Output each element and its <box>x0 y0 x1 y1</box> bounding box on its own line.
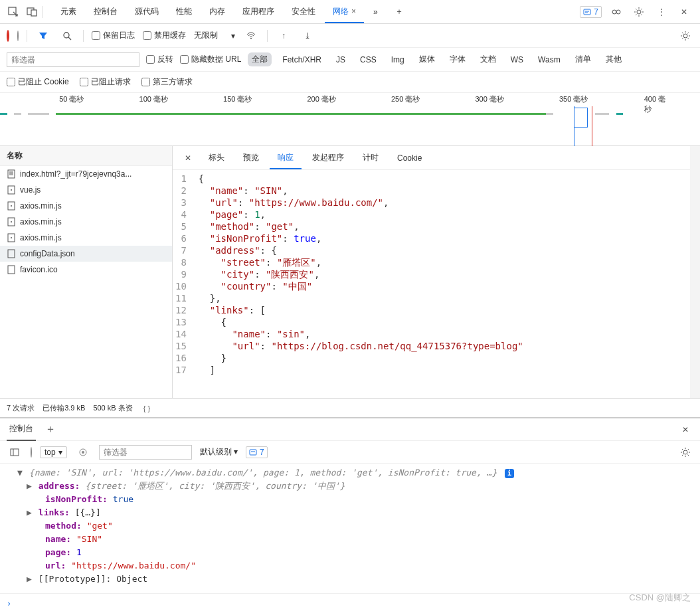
request-row[interactable]: vue.js <box>0 182 172 198</box>
detail-tab-initiator[interactable]: 发起程序 <box>304 147 352 169</box>
request-name: index.html?_ijt=r79jcejevnq3a... <box>20 169 131 179</box>
svg-point-8 <box>637 10 641 14</box>
type-doc[interactable]: 文档 <box>476 52 500 66</box>
request-row[interactable]: axios.min.js <box>0 230 172 246</box>
tab-add[interactable]: ＋ <box>387 1 411 23</box>
request-list: 名称 index.html?_ijt=r79jcejevnq3a...vue.j… <box>0 146 173 398</box>
detail-tab-preview[interactable]: 预览 <box>235 147 267 169</box>
type-ws[interactable]: WS <box>507 54 527 66</box>
request-row[interactable]: favicon.ico <box>0 262 172 278</box>
request-name: configData.json <box>20 249 75 258</box>
request-list-header[interactable]: 名称 <box>0 146 172 166</box>
gear-icon[interactable] <box>677 28 693 44</box>
tab-sources[interactable]: 源代码 <box>127 1 167 23</box>
console-tab[interactable]: 控制台 <box>7 418 36 441</box>
third-party-checkbox[interactable]: 第三方请求 <box>141 76 193 88</box>
preserve-log-checkbox[interactable]: 保留日志 <box>92 30 135 41</box>
log-level-select[interactable]: 默认级别 ▾ <box>200 446 238 458</box>
braces-icon[interactable]: { } <box>143 404 150 412</box>
type-js[interactable]: JS <box>332 54 349 66</box>
hide-data-urls-checkbox[interactable]: 隐藏数据 URL <box>180 54 241 65</box>
console-issues-badge[interactable]: 7 <box>246 446 268 458</box>
console-input[interactable]: › <box>0 593 700 613</box>
detail-tab-cookies[interactable]: Cookie <box>389 148 430 168</box>
timeline-overview[interactable]: 50 毫秒 100 毫秒 150 毫秒 200 毫秒 250 毫秒 300 毫秒… <box>0 93 700 146</box>
blocked-requests-checkbox[interactable]: 已阻止请求 <box>80 76 131 88</box>
record-button[interactable] <box>7 31 9 41</box>
tab-network[interactable]: 网络× <box>325 1 364 23</box>
request-row[interactable]: axios.min.js <box>0 214 172 230</box>
tab-console[interactable]: 控制台 <box>86 1 126 23</box>
tab-memory[interactable]: 内存 <box>201 1 233 23</box>
type-manifest[interactable]: 清单 <box>571 52 595 66</box>
request-row[interactable]: configData.json <box>0 246 172 262</box>
request-row[interactable]: index.html?_ijt=r79jcejevnq3a... <box>0 166 172 182</box>
type-img[interactable]: Img <box>387 54 408 66</box>
type-other[interactable]: 其他 <box>602 52 626 66</box>
tab-more[interactable]: » <box>365 2 386 22</box>
network-status-bar: 7 次请求 已传输3.9 kB 500 kB 条资 { } <box>0 398 700 417</box>
type-all[interactable]: 全部 <box>248 52 272 66</box>
console-output[interactable]: ▼ {name: 'SIN', url: 'https://www.baidu.… <box>0 464 700 593</box>
detail-tab-timing[interactable]: 计时 <box>355 147 387 169</box>
tab-application[interactable]: 应用程序 <box>234 1 282 23</box>
type-wasm[interactable]: Wasm <box>534 54 565 66</box>
status-transferred: 已传输3.9 kB <box>43 403 85 413</box>
type-font[interactable]: 字体 <box>446 52 470 66</box>
svg-point-20 <box>11 205 12 207</box>
filter-input[interactable] <box>7 52 139 67</box>
inspect-icon[interactable] <box>5 4 21 20</box>
console-filter-input[interactable] <box>99 445 192 460</box>
separator <box>27 30 27 42</box>
wifi-icon[interactable] <box>243 28 259 44</box>
live-expression-icon[interactable] <box>75 444 91 460</box>
clear-console-button[interactable] <box>31 448 32 457</box>
console-toolbar: top ▾ 默认级别 ▾ 7 <box>0 441 700 464</box>
svg-point-6 <box>612 10 616 14</box>
info-icon[interactable]: i <box>505 469 514 478</box>
tab-elements[interactable]: 元素 <box>52 1 84 23</box>
detail-tab-headers[interactable]: 标头 <box>201 147 232 169</box>
disable-cache-checkbox[interactable]: 禁用缓存 <box>143 30 186 41</box>
svg-point-11 <box>250 38 252 39</box>
svg-rect-31 <box>250 450 256 455</box>
type-filters: 全部 Fetch/XHR JS CSS Img 媒体 字体 文档 WS Wasm… <box>248 52 625 66</box>
context-select[interactable]: top ▾ <box>40 446 67 458</box>
detail-tab-response[interactable]: 响应 <box>270 147 302 169</box>
download-icon[interactable]: ⤓ <box>300 28 315 44</box>
separator <box>267 30 268 42</box>
clear-button[interactable] <box>17 31 19 41</box>
scrollbar[interactable] <box>690 146 700 398</box>
response-body[interactable]: 1234567891011121314151617 { "name": "SIN… <box>173 170 690 398</box>
settings-sync-icon[interactable] <box>608 4 624 20</box>
add-drawer-tab[interactable]: ＋ <box>45 422 56 436</box>
gear-icon[interactable] <box>631 4 647 20</box>
invert-checkbox[interactable]: 反转 <box>146 54 173 65</box>
request-name: favicon.ico <box>20 265 58 274</box>
svg-point-12 <box>683 34 687 38</box>
request-row[interactable]: axios.min.js <box>0 198 172 214</box>
close-icon[interactable]: × <box>351 7 356 16</box>
tab-performance[interactable]: 性能 <box>168 1 200 23</box>
close-drawer-icon[interactable]: ✕ <box>677 422 693 438</box>
type-css[interactable]: CSS <box>356 54 381 66</box>
upload-icon[interactable]: ↑ <box>276 28 292 44</box>
type-fetch-xhr[interactable]: Fetch/XHR <box>278 54 325 66</box>
svg-point-7 <box>616 10 620 14</box>
device-icon[interactable] <box>24 4 40 20</box>
search-icon[interactable] <box>59 28 75 44</box>
sidebar-toggle-icon[interactable] <box>7 444 23 460</box>
request-name: axios.min.js <box>20 233 62 242</box>
close-devtools-icon[interactable]: ✕ <box>676 4 692 20</box>
filter-icon[interactable] <box>35 28 51 44</box>
throttle-select[interactable]: 无限制 ▾ <box>194 30 235 41</box>
kebab-icon[interactable]: ⋮ <box>654 4 669 20</box>
close-detail-icon[interactable]: ✕ <box>178 149 198 167</box>
blocked-cookies-checkbox[interactable]: 已阻止 Cookie <box>7 76 69 88</box>
type-media[interactable]: 媒体 <box>415 52 439 66</box>
gear-icon[interactable] <box>677 444 693 460</box>
svg-rect-13 <box>8 170 15 178</box>
svg-point-24 <box>11 237 12 238</box>
issues-badge[interactable]: 7 <box>580 6 602 18</box>
tab-security[interactable]: 安全性 <box>284 1 323 23</box>
